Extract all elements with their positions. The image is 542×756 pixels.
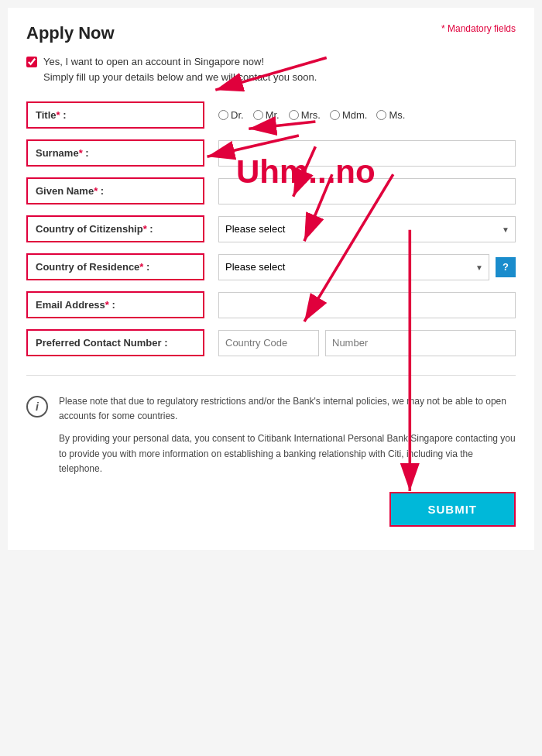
title-radio-ms[interactable] bbox=[376, 110, 386, 120]
surname-field-area bbox=[218, 140, 516, 167]
checkbox-row: Yes, I want to open an account in Singap… bbox=[26, 54, 516, 84]
title-option-mdm[interactable]: Mdm. bbox=[330, 109, 368, 121]
title-option-mr[interactable]: Mr. bbox=[253, 109, 280, 121]
surname-field-row: Surname* : bbox=[26, 139, 516, 167]
citizenship-select[interactable]: Please select bbox=[218, 216, 516, 242]
title-option-dr[interactable]: Dr. bbox=[218, 109, 244, 121]
header-row: Apply Now * Mandatory fields bbox=[26, 23, 516, 43]
citizenship-label: Country of Citizenship* : bbox=[26, 215, 204, 242]
phone-label: Preferred Contact Number : bbox=[26, 329, 204, 356]
email-label: Email Address* : bbox=[26, 291, 204, 318]
residence-select[interactable]: Please select bbox=[218, 254, 489, 280]
page-title: Apply Now bbox=[26, 23, 115, 43]
title-option-mrs[interactable]: Mrs. bbox=[289, 109, 321, 121]
residence-select-wrapper: Please select bbox=[218, 254, 489, 280]
checkbox-text: Yes, I want to open an account in Singap… bbox=[43, 54, 317, 84]
citizenship-field-row: Country of Citizenship* : Please select bbox=[26, 215, 516, 242]
citizenship-select-wrapper: Please select bbox=[218, 216, 516, 242]
title-option-ms[interactable]: Ms. bbox=[376, 109, 405, 121]
email-input[interactable] bbox=[218, 292, 516, 318]
residence-field-row: Country of Residence* : Please select ? bbox=[26, 253, 516, 280]
title-label: Title* : bbox=[26, 101, 204, 129]
main-container: Apply Now * Mandatory fields Yes, I want… bbox=[8, 8, 534, 550]
info-section: i Please note that due to regulatory res… bbox=[26, 394, 516, 476]
phone-number-input[interactable] bbox=[325, 330, 516, 356]
title-radio-group: Dr. Mr. Mrs. Mdm. Ms. bbox=[218, 109, 405, 121]
info-icon: i bbox=[26, 396, 48, 418]
title-radio-mrs[interactable] bbox=[289, 110, 299, 120]
email-field-row: Email Address* : bbox=[26, 291, 516, 318]
surname-input[interactable] bbox=[218, 140, 516, 167]
phone-field-area bbox=[218, 330, 516, 356]
submit-button[interactable]: SUBMIT bbox=[389, 492, 516, 527]
citizenship-field-area: Please select bbox=[218, 216, 516, 242]
residence-field-area: Please select ? bbox=[218, 254, 516, 280]
residence-help-button[interactable]: ? bbox=[496, 257, 516, 277]
given-name-input[interactable] bbox=[218, 178, 516, 204]
title-radio-dr[interactable] bbox=[218, 110, 228, 120]
title-radio-mdm[interactable] bbox=[330, 110, 340, 120]
open-account-checkbox[interactable] bbox=[26, 57, 37, 67]
given-name-label: Given Name* : bbox=[26, 177, 204, 204]
submit-row: SUBMIT bbox=[26, 492, 516, 527]
phone-field-row: Preferred Contact Number : bbox=[26, 329, 516, 356]
info-text: Please note that due to regulatory restr… bbox=[59, 394, 516, 476]
phone-country-code-input[interactable] bbox=[218, 330, 319, 356]
mandatory-note: * Mandatory fields bbox=[441, 23, 516, 34]
given-name-field-area bbox=[218, 178, 516, 204]
title-radio-mr[interactable] bbox=[253, 110, 263, 120]
divider bbox=[26, 375, 516, 376]
given-name-field-row: Given Name* : bbox=[26, 177, 516, 204]
title-field-row: Title* : Dr. Mr. Mrs. Mdm. bbox=[26, 101, 516, 129]
residence-label: Country of Residence* : bbox=[26, 253, 204, 280]
surname-label: Surname* : bbox=[26, 139, 204, 167]
title-field-area: Dr. Mr. Mrs. Mdm. Ms. bbox=[218, 109, 516, 121]
email-field-area bbox=[218, 292, 516, 318]
